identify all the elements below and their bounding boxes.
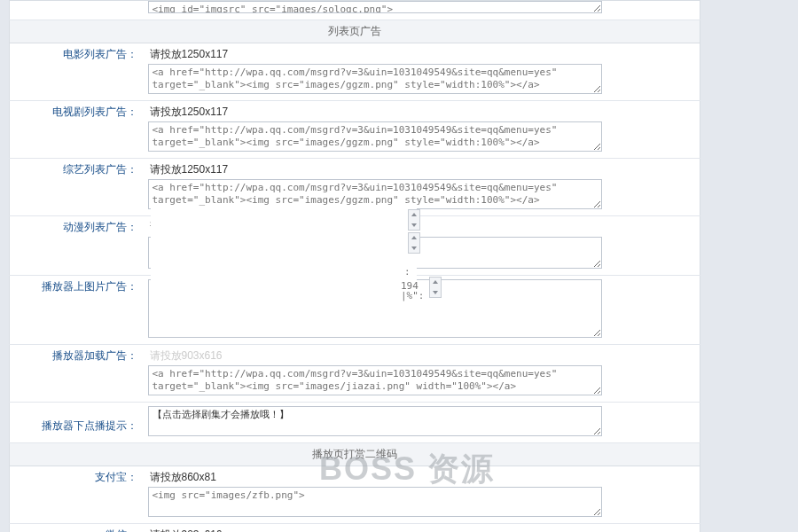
label-wechat: 微信： [10,524,143,533]
label-alipay: 支付宝： [10,466,143,524]
textarea-alipay[interactable] [148,487,602,517]
glitch-frag-2: |%": [401,290,425,301]
hint-player-load: 请投放903x616 [148,348,695,364]
glitch-scrollbar-3 [429,277,442,298]
textarea-tv-list-ad[interactable] [148,121,602,152]
textarea-movie-list-ad[interactable] [148,64,602,94]
label-player-load-ad: 播放器加载广告： [10,345,143,403]
hint-variety: 请投放1250x117 [148,162,695,177]
section-header-qrcode: 播放页打赏二维码 [10,443,700,466]
label-player-top-img-ad: 播放器上图片广告： [10,276,143,345]
label-variety-list-ad: 综艺列表广告： [10,159,143,216]
glitch-colon: : [404,266,411,278]
textarea-player-load-ad[interactable] [148,365,602,395]
section-header-list: 列表页广告 [10,20,700,43]
glitch-scrollbar-1 [408,209,420,231]
label-tv-list-ad: 电视剧列表广告： [10,101,143,159]
textarea-player-tip[interactable] [148,406,602,436]
textarea-variety-list-ad[interactable] [148,179,602,209]
occlusion-block [151,207,417,317]
hint-movie: 请投放1250x117 [148,47,695,62]
top-stub-textarea[interactable] [148,1,602,13]
label-movie-list-ad: 电影列表广告： [10,43,143,101]
hint-alipay: 请投放860x81 [148,470,695,485]
label-player-tip: 播放器下点播提示： [10,403,143,443]
hint-wechat: 请投放903x616 [148,528,695,532]
glitch-scrollbar-2 [408,232,420,254]
label-anime-list-ad: 动漫列表广告： [10,216,143,276]
hint-tv: 请投放1250x117 [148,105,695,120]
